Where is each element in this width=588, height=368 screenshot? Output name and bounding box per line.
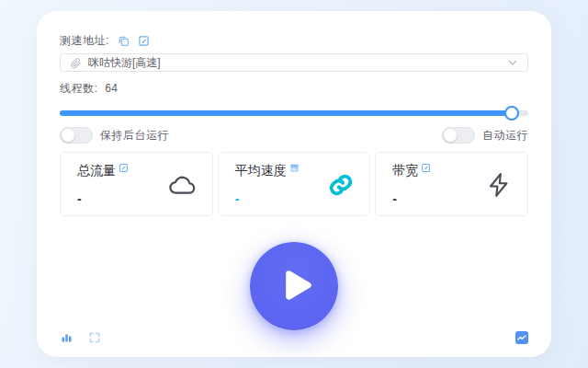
play-area [60,242,528,330]
stat-title: 总流量 [77,163,116,179]
bottom-left-icons [60,330,101,344]
threads-value: 64 [105,82,118,95]
stat-value: - [77,191,129,206]
address-label: 测速地址: [60,33,109,49]
calendar-icon[interactable] [289,163,300,173]
address-selected-value: 咪咕快游[高速] [88,55,501,71]
stats-row: 总流量 - 平均速度 [60,152,528,216]
toggle-knob [62,129,74,142]
chevron-down-icon [507,57,518,68]
stat-title-row: 带宽 [392,163,431,179]
auto-run-label: 自动运行 [482,128,528,144]
trend-chart-icon[interactable] [515,331,528,344]
stat-title-row: 平均速度 [235,163,300,179]
stat-card-total-traffic: 总流量 - [60,152,213,216]
lightning-icon [485,171,513,199]
toggles-row: 保持后台运行 自动运行 [60,127,528,144]
stat-title: 带宽 [392,163,418,179]
edit-address-icon[interactable] [138,35,150,47]
fullscreen-icon[interactable] [88,331,101,344]
copy-icon[interactable] [118,35,130,47]
stat-left: 带宽 - [392,163,431,206]
address-row: 测速地址: [60,33,528,49]
bottom-toolbar [60,330,528,344]
play-icon [274,266,315,307]
keep-background-label: 保持后台运行 [100,128,169,144]
edit-icon[interactable] [119,163,129,173]
keep-background-toggle[interactable] [60,127,93,144]
start-test-button[interactable] [250,242,338,330]
stat-title: 平均速度 [235,163,287,179]
link-icon [327,171,355,199]
stat-value: - [235,191,300,206]
address-select[interactable]: 咪咕快游[高速] [60,53,528,72]
slider-handle[interactable] [504,106,519,121]
stat-left: 平均速度 - [235,163,300,206]
speedtest-panel: 测速地址: 咪咕快游[高速] 线程数: [37,11,551,357]
cloud-icon [168,170,198,200]
keep-background-group: 保持后台运行 [60,127,169,144]
auto-run-group: 自动运行 [442,127,528,144]
threads-label: 线程数: [60,82,97,95]
slider-fill [60,110,512,116]
stat-card-average-speed: 平均速度 - [218,152,371,216]
stat-value: - [392,191,431,206]
paperclip-icon [70,57,82,69]
stat-card-bandwidth: 带宽 - [375,152,528,216]
toggle-knob [444,129,457,142]
stat-left: 总流量 - [77,163,129,206]
threads-slider[interactable] [60,106,528,117]
auto-run-toggle[interactable] [442,127,475,144]
stat-title-row: 总流量 [77,163,129,179]
edit-icon[interactable] [421,163,431,173]
bar-chart-icon[interactable] [60,330,74,344]
threads-row: 线程数: 64 [60,81,528,95]
